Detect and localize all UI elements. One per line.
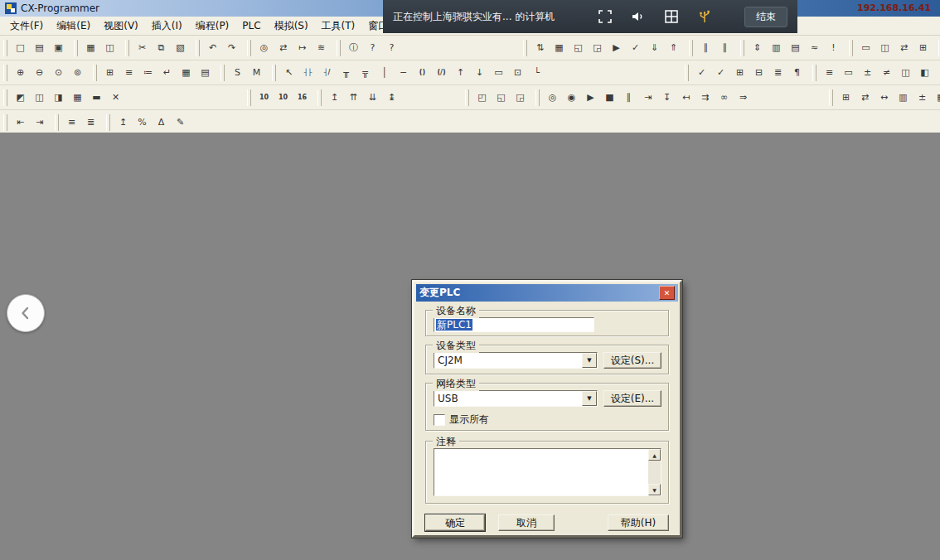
arrange-icons-button[interactable]: ▦ — [68, 88, 87, 108]
save-project-button[interactable]: ▣ — [49, 38, 68, 58]
dialog-titlebar[interactable]: 变更PLC ✕ — [416, 284, 678, 302]
fullscreen-icon[interactable] — [597, 8, 613, 25]
symbols-view-button[interactable]: ▤ — [196, 63, 215, 83]
delete-rung-button[interactable]: ⊟ — [749, 63, 768, 83]
edit-mode-button[interactable]: ✎ — [171, 113, 190, 133]
next-reference-button[interactable]: ⇥ — [30, 113, 49, 133]
instruction-box-button[interactable]: ▭ — [489, 63, 508, 83]
work-online-button[interactable]: ⇅ — [531, 38, 550, 58]
differential-monitor-button[interactable]: Δ — [152, 113, 171, 133]
step-out-button[interactable]: ↤ — [676, 88, 695, 108]
closed-contact-button[interactable]: ┤/ — [317, 63, 337, 83]
copy-button[interactable]: ⧉ — [152, 38, 171, 58]
force-off-button[interactable]: ⇊ — [363, 88, 382, 108]
closed-coil-button[interactable]: (/) — [432, 63, 451, 83]
comment-edit-button[interactable]: ¶ — [787, 63, 807, 83]
end-session-button[interactable]: 结束 — [744, 7, 787, 27]
about-button[interactable]: ⓘ — [344, 38, 363, 58]
new-project-button[interactable]: □ — [11, 38, 30, 58]
menu-item-tools[interactable]: 工具(T) — [315, 17, 362, 36]
io-table-button[interactable]: ▥ — [767, 38, 786, 58]
simulator-mode-button[interactable]: ◉ — [562, 88, 581, 108]
network-type-select[interactable]: USB ▼ — [434, 390, 598, 407]
data-link-button[interactable]: ⇄ — [855, 88, 875, 108]
memory-card-button[interactable]: ▥ — [894, 88, 913, 108]
print-preview-button[interactable]: ◫ — [100, 38, 119, 58]
close-icon[interactable]: ✕ — [659, 286, 675, 300]
monitor-view-button[interactable]: ▦ — [177, 63, 196, 83]
connect-line-button[interactable]: └ — [527, 63, 546, 83]
horizontal-line-button[interactable]: ─ — [394, 63, 413, 83]
debug-mode-button[interactable]: ◲ — [588, 38, 607, 58]
previous-reference-button[interactable]: ⇤ — [11, 113, 30, 133]
falling-edge-button[interactable]: ↓ — [470, 63, 489, 83]
signed-decimal-monitor-button[interactable]: 10 — [274, 88, 293, 108]
search-options-button[interactable]: ≋ — [312, 38, 331, 58]
insert-rung-button[interactable]: ⊞ — [730, 63, 749, 83]
network-config-button[interactable]: ⊞ — [836, 88, 855, 108]
zoom-in-button[interactable]: ⊕ — [11, 63, 30, 83]
word-monitor-button[interactable]: ▦ — [932, 88, 940, 108]
tile-vertical-button[interactable]: ◨ — [49, 88, 68, 108]
detail-view-button[interactable]: ≣ — [81, 113, 100, 133]
watch-sheet-button[interactable]: ▭ — [839, 63, 858, 83]
scrollbar[interactable]: ▲ ▼ — [648, 449, 661, 495]
watch-window-3-button[interactable]: ◰ — [472, 88, 492, 108]
output-window-button[interactable]: ◫ — [875, 38, 894, 58]
cascade-windows-button[interactable]: ◩ — [11, 88, 30, 108]
scrollbar-track[interactable] — [648, 461, 661, 484]
usb-share-icon[interactable] — [696, 8, 713, 25]
watch-window-button[interactable]: ▭ — [856, 38, 875, 58]
zoom-out-button[interactable]: ⊖ — [30, 63, 49, 83]
program-check-button[interactable]: ✓ — [692, 63, 711, 83]
menu-item-view[interactable]: 视图(V) — [97, 17, 145, 36]
menu-item-simulation[interactable]: 模拟(S) — [268, 17, 315, 36]
run-mode-button[interactable]: ▶ — [607, 38, 626, 58]
help-button[interactable]: 帮助(H) — [608, 514, 669, 531]
transfer-to-plc-button[interactable]: ⇓ — [645, 38, 664, 58]
menu-item-plc[interactable]: PLC — [235, 17, 267, 34]
time-chart-button[interactable]: ◲ — [511, 88, 530, 108]
mnemonic-view-button[interactable]: M — [247, 63, 266, 83]
back-button[interactable] — [7, 294, 45, 332]
cross-reference-button[interactable]: ⇄ — [894, 38, 913, 58]
menu-item-insert[interactable]: 插入(I) — [145, 17, 189, 36]
vertical-line-button[interactable]: │ — [375, 63, 394, 83]
pause-monitor-button[interactable]: ∥ — [696, 38, 715, 58]
insert-row-button[interactable]: ≣ — [768, 63, 787, 83]
open-coil-button[interactable]: () — [413, 63, 432, 83]
toggle-bit-button[interactable]: ↥ — [114, 113, 133, 133]
zoom-100-button[interactable]: ⊚ — [68, 63, 87, 83]
percent-monitor-button[interactable]: % — [133, 113, 152, 133]
compare-with-plc-button[interactable]: ⇕ — [748, 38, 767, 58]
continuous-run-button[interactable]: ⇉ — [695, 88, 715, 108]
device-type-select[interactable]: CJ2M ▼ — [434, 352, 598, 369]
rung-comments-button[interactable]: ≡ — [119, 63, 138, 83]
network-type-settings-button[interactable]: 设定(E)... — [603, 390, 661, 407]
compile-program-button[interactable]: ✓ — [711, 63, 730, 83]
windows-grid-icon[interactable] — [663, 8, 680, 25]
device-type-settings-button[interactable]: 设定(S)... — [603, 352, 661, 369]
split-window-button[interactable]: ◫ — [896, 63, 915, 83]
monitor-mode-button[interactable]: ▦ — [550, 38, 569, 58]
replace-button[interactable]: ⇄ — [274, 38, 293, 58]
scroll-up-icon[interactable]: ▲ — [648, 449, 661, 461]
decimal-monitor-button[interactable]: 10 — [254, 88, 274, 108]
hex-monitor-button[interactable]: 16 — [293, 88, 312, 108]
menu-item-file[interactable]: 文件(F) — [3, 17, 50, 36]
open-project-button[interactable]: ▤ — [30, 38, 49, 58]
cancel-force-button[interactable]: ↨ — [382, 88, 401, 108]
routing-table-button[interactable]: ↔ — [875, 88, 894, 108]
memory-view-button[interactable]: ◱ — [492, 88, 511, 108]
or-closed-contact-button[interactable]: ╦ — [356, 63, 375, 83]
diff-monitor-button[interactable]: ± — [858, 63, 877, 83]
address-reference-button[interactable]: ⊞ — [913, 38, 933, 58]
freeze-monitor-button[interactable]: ∥ — [715, 38, 734, 58]
compile-button[interactable]: ✓ — [626, 38, 645, 58]
open-contact-button[interactable]: ┤├ — [298, 63, 317, 83]
find-next-button[interactable]: ↦ — [293, 38, 312, 58]
data-trace-button[interactable]: ≈ — [805, 38, 824, 58]
run-to-cursor-button[interactable]: ⇒ — [734, 88, 753, 108]
cancel-button[interactable]: 取消 — [498, 514, 555, 531]
speaker-icon[interactable] — [630, 8, 647, 25]
